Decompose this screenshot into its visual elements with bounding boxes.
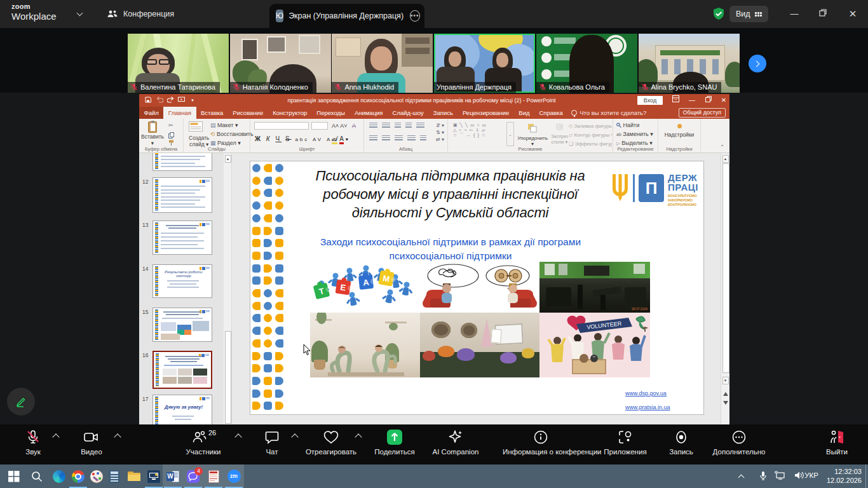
next-videos-button[interactable] xyxy=(749,55,766,72)
ppt-close-button[interactable]: ✕ xyxy=(716,94,731,107)
slide-link[interactable]: www.dsp.gov.ua xyxy=(625,386,702,400)
shapes-gallery[interactable]: ▣ ╲ ╲ ▭ ○ ▭△ ⌐ ¬ ⇦ ⇩ ▱☆ ⌒ ︵ { } ☆ xyxy=(453,123,487,138)
ppt-tab-Переходы[interactable]: Переходы xyxy=(312,107,350,119)
shapes-scrollbar[interactable]: ⌄ xyxy=(506,122,514,146)
slide-thumbnail-14[interactable]: Результати роботи сектору xyxy=(153,264,212,298)
section-button[interactable]: ▦ Раздел ▾ xyxy=(210,140,241,146)
taskbar-chrome-icon[interactable] xyxy=(68,464,88,488)
slide-thumbnail-13[interactable] xyxy=(153,220,212,255)
ppt-tab-Вставка[interactable]: Вставка xyxy=(196,107,228,119)
align-buttons[interactable] xyxy=(369,135,426,142)
taskbar-viber-icon[interactable]: 4 xyxy=(183,464,203,488)
ppt-tab-Слайд-шоу[interactable]: Слайд-шоу xyxy=(388,107,428,119)
ppt-share-button[interactable]: Общий доступ xyxy=(679,108,726,118)
ppt-tellme[interactable]: Что вы хотите сделать? xyxy=(567,107,650,119)
ppt-tab-Главная[interactable]: Главная xyxy=(163,107,196,119)
redo-icon[interactable] xyxy=(166,97,174,104)
taskbar-zoom-icon[interactable]: zm xyxy=(224,464,244,488)
tray-mic-icon[interactable] xyxy=(759,471,768,484)
ppt-restore-button[interactable] xyxy=(701,94,716,107)
video-tile-6[interactable]: Alina Brychko, SNAU xyxy=(639,34,740,93)
ppt-tab-Вид[interactable]: Вид xyxy=(514,107,534,119)
ppt-tab-Рецензирование[interactable]: Рецензирование xyxy=(458,107,513,119)
slide-thumbnail-17[interactable]: Дякую за увагу! xyxy=(153,395,212,424)
font-color-buttons[interactable]: 𝒜 А ▾ xyxy=(332,135,348,143)
slide-thumbnail-15[interactable] xyxy=(153,308,212,342)
clear-format-icon[interactable]: A xyxy=(352,123,356,129)
ribbon-collapse-icon[interactable]: ⌃ xyxy=(720,144,724,150)
ribbon-options-icon[interactable] xyxy=(668,94,683,107)
font-style-buttons[interactable]: Ж К Ч S abc AV Aa xyxy=(255,135,337,142)
cut-icon[interactable]: ✂ xyxy=(168,122,173,128)
chevron-down-icon[interactable] xyxy=(77,10,83,17)
layout-button[interactable]: ▤ Макет ▾ xyxy=(210,122,238,128)
toolbar-info-button[interactable]: Информация о конференции xyxy=(503,428,579,456)
taskbar-calculator-icon[interactable] xyxy=(104,464,125,488)
annotation-pencil-button[interactable] xyxy=(7,388,35,416)
restore-button[interactable] xyxy=(817,8,829,20)
slide-thumbnail-16[interactable] xyxy=(153,351,212,389)
tray-expand-icon[interactable] xyxy=(739,471,743,482)
panel-scrollbar[interactable]: ▲ xyxy=(224,153,232,424)
video-tile-3[interactable]: Anna Hlukhodid xyxy=(332,34,433,93)
tray-language[interactable]: УКР xyxy=(804,471,818,479)
addins-button[interactable]: Надстройки xyxy=(658,124,700,139)
save-icon[interactable] xyxy=(144,97,152,104)
list-buttons[interactable] xyxy=(369,123,424,129)
view-button[interactable]: Вид xyxy=(729,6,768,22)
taskbar-edge-icon[interactable] xyxy=(49,464,69,488)
taskbar-remote-icon[interactable] xyxy=(144,464,164,488)
undo-icon[interactable] xyxy=(156,97,163,104)
find-button[interactable]: Найти xyxy=(616,122,639,128)
tray-volume-icon[interactable] xyxy=(794,471,804,482)
main-scrollbar[interactable]: ▲ ▼ xyxy=(721,153,729,424)
tab-meeting[interactable]: Конференция xyxy=(107,5,174,23)
new-slide-button[interactable]: Создатьслайд ▾ xyxy=(189,121,209,148)
toolbar-ai-companion-button[interactable]: AI Companion xyxy=(417,428,494,456)
paste-button[interactable]: Вставить▾ xyxy=(140,121,165,147)
toolbar-camera-button[interactable]: Видео xyxy=(53,428,130,456)
font-size-input[interactable] xyxy=(311,122,328,130)
arrange-button[interactable]: Упорядочить▾ xyxy=(517,123,548,147)
reset-button[interactable]: ⟲ Восстановить xyxy=(210,131,254,137)
tray-clock[interactable]: 12:32:03 12.02.2026 xyxy=(827,468,862,485)
video-tile-5[interactable]: Ковальова Ольга xyxy=(536,34,637,93)
security-shield-icon[interactable] xyxy=(712,7,726,21)
toolbar-more-button[interactable]: Дополнительно xyxy=(701,428,777,456)
slideshow-icon[interactable] xyxy=(177,97,185,104)
taskbar-explorer-icon[interactable] xyxy=(124,464,144,488)
slide-links[interactable]: www.dsp.gov.uawww.pratsia.in.ua xyxy=(625,386,702,414)
close-button[interactable]: ✕ xyxy=(846,8,859,20)
select-button[interactable]: ▷ Выделить ▾ xyxy=(616,140,653,146)
video-tile-4[interactable]: Управління Держпраця xyxy=(434,34,535,93)
shape-format-buttons[interactable]: ◇ Заливка фигуры ▾▱ Контур фигуры ▾❏ Эфф… xyxy=(569,122,612,149)
taskbar-search-icon[interactable] xyxy=(27,464,47,488)
show-desktop-button[interactable] xyxy=(865,464,868,488)
toolbar-participants-button[interactable]: 26Участники xyxy=(165,428,241,456)
text-direction-buttons[interactable]: ⇵ ▾⇅ ▾⇄ ▾ xyxy=(436,122,444,143)
slide-thumbnail-11[interactable] xyxy=(153,153,212,171)
minimize-button[interactable]: — xyxy=(788,8,801,20)
tab-options-icon[interactable]: ••• xyxy=(410,10,420,22)
ppt-tab-Справка[interactable]: Справка xyxy=(534,107,567,119)
quick-styles-button[interactable]: Экспресс-стили ▾ xyxy=(551,123,568,145)
slide-link[interactable]: www.pratsia.in.ua xyxy=(625,400,702,414)
taskbar-reddoc-icon[interactable] xyxy=(203,464,224,488)
taskbar-word-icon[interactable]: W xyxy=(163,464,183,488)
font-name-input[interactable] xyxy=(254,122,309,130)
ppt-tab-Конструктор[interactable]: Конструктор xyxy=(268,107,312,119)
ppt-tab-Файл[interactable]: Файл xyxy=(139,107,163,119)
slide-thumbnail-12[interactable] xyxy=(153,177,212,213)
grow-font-icon[interactable]: A˄ A˅ xyxy=(332,123,348,129)
ppt-tab-Рисование[interactable]: Рисование xyxy=(228,107,268,119)
tab-screen-share[interactable]: Ю Экран (Управління Держпраця) ••• xyxy=(269,4,424,28)
ppt-minimize-button[interactable]: — xyxy=(684,94,700,107)
ppt-tab-Запись[interactable]: Запись xyxy=(428,107,458,119)
video-tile-1[interactable]: Валентина Татаринова xyxy=(128,34,229,93)
toolbar-leave-button[interactable]: Выйти xyxy=(799,428,868,456)
ppt-login-button[interactable]: Вход xyxy=(637,96,663,105)
replace-button[interactable]: ab Заменить ▾ xyxy=(616,131,653,137)
video-tile-2[interactable]: Наталія Колодненко xyxy=(230,34,331,93)
ppt-tab-Анимация[interactable]: Анимация xyxy=(349,107,388,119)
tray-network-icon[interactable] xyxy=(775,471,785,483)
